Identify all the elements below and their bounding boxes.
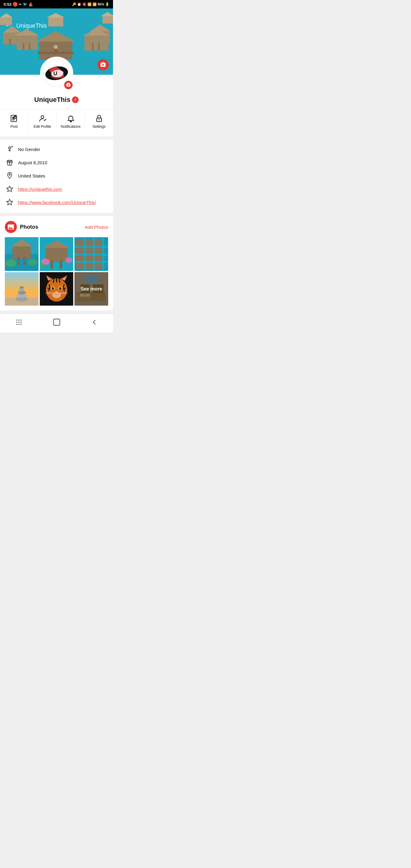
photos-grid: See more — [5, 237, 108, 306]
app-icon-3: 🐦 — [23, 2, 27, 6]
back-chevron-icon — [90, 318, 98, 327]
app-icon-2: ∞ — [19, 2, 22, 6]
back-button[interactable]: ← — [5, 22, 11, 30]
location-text: United States — [18, 173, 45, 179]
svg-rect-78 — [76, 255, 84, 261]
battery-icon: 🔋 — [105, 2, 109, 6]
nav-back-button[interactable] — [89, 317, 100, 328]
svg-marker-53 — [7, 199, 13, 205]
camera-small-icon — [66, 83, 71, 87]
nav-home-button[interactable] — [51, 317, 62, 328]
star-icon-2 — [6, 198, 13, 206]
svg-rect-27 — [29, 43, 30, 50]
see-more-overlay[interactable]: See more — [74, 272, 108, 306]
svg-rect-3 — [9, 38, 11, 44]
svg-point-105 — [59, 287, 61, 290]
svg-point-45 — [9, 148, 10, 149]
alarm-icon: ⏰ — [77, 2, 81, 6]
app-icon-1: 🔴 — [13, 2, 18, 7]
camera-avatar-button[interactable] — [64, 81, 73, 89]
website2-link[interactable]: https://www.facebook.com/UniqueThis/ — [18, 200, 96, 205]
lock-icon — [95, 114, 103, 123]
svg-rect-26 — [23, 43, 24, 50]
photo-3[interactable] — [74, 237, 108, 271]
birthday-item: August 8,2010 — [6, 159, 107, 166]
svg-point-107 — [60, 287, 61, 288]
photo-1-img — [5, 237, 38, 271]
svg-rect-12 — [51, 51, 53, 54]
svg-rect-56 — [12, 246, 31, 258]
svg-point-106 — [53, 287, 54, 288]
add-photos-button[interactable]: Add Photos — [85, 224, 108, 230]
edit-icon — [10, 114, 19, 123]
status-bar: 5:53 🔴 ∞ 🐦 ⛵ 🔑 ⏰ 🔇 📶 📶 85% 🔋 — [0, 0, 113, 8]
photo-2[interactable] — [40, 237, 73, 271]
svg-rect-88 — [93, 237, 95, 271]
svg-rect-20 — [84, 36, 108, 51]
birthday-text: August 8,2010 — [18, 160, 47, 165]
svg-rect-66 — [50, 260, 53, 269]
svg-point-95 — [19, 288, 24, 291]
camera-cover-button[interactable] — [97, 59, 109, 70]
notifications-action[interactable]: Notifications — [57, 110, 85, 132]
app-icon-4: ⛵ — [29, 2, 33, 6]
svg-rect-74 — [94, 240, 102, 246]
svg-rect-75 — [76, 248, 84, 253]
svg-rect-76 — [85, 248, 93, 253]
svg-point-41 — [98, 119, 100, 121]
signal-icon: 📶 — [93, 2, 97, 6]
notifications-label: Notifications — [61, 124, 81, 129]
profile-name: UniqueThis — [34, 96, 79, 104]
camera-icon — [100, 62, 106, 68]
photos-header: Photos Add Photos — [5, 221, 108, 233]
photo-4-img — [5, 272, 38, 306]
post-action[interactable]: Post — [0, 110, 28, 132]
info-section: No Gender August 8,2010 United States ht… — [0, 140, 113, 213]
svg-point-61 — [5, 259, 17, 267]
svg-marker-52 — [7, 186, 13, 192]
website2-item[interactable]: https://www.facebook.com/UniqueThis/ — [6, 198, 107, 206]
location-icon — [6, 172, 13, 179]
svg-rect-24 — [17, 36, 38, 50]
website1-item[interactable]: https://uniquethis.com — [6, 185, 107, 193]
svg-rect-67 — [60, 260, 62, 269]
photo-1[interactable] — [5, 237, 38, 271]
nav-menu-button[interactable] — [13, 317, 24, 328]
svg-rect-82 — [85, 263, 93, 269]
svg-rect-87 — [84, 237, 86, 271]
mute-icon: 🔇 — [82, 2, 87, 6]
bottom-nav — [0, 313, 113, 333]
see-more-text: See more — [81, 286, 102, 292]
key-icon: 🔑 — [72, 2, 76, 6]
gender-text: No Gender — [18, 147, 40, 152]
photo-4[interactable] — [5, 272, 38, 306]
star-icon-1 — [6, 185, 13, 193]
battery-label: 85% — [98, 2, 104, 6]
photo-5[interactable] — [40, 272, 73, 306]
svg-rect-77 — [94, 248, 102, 253]
top-nav: ← UniqueThis — [0, 19, 113, 32]
settings-action[interactable]: Settings — [85, 110, 113, 132]
photo-6[interactable]: See more — [74, 272, 108, 306]
settings-label: Settings — [93, 124, 105, 129]
svg-rect-19 — [55, 49, 57, 53]
svg-point-62 — [28, 259, 37, 265]
photos-section: Photos Add Photos — [0, 216, 113, 310]
image-icon — [7, 224, 14, 230]
svg-point-96 — [20, 286, 24, 288]
svg-rect-23 — [98, 43, 100, 51]
svg-text:U: U — [53, 70, 57, 76]
gift-icon — [6, 159, 13, 166]
gender-item: No Gender — [6, 146, 107, 153]
photos-title: Photos — [20, 224, 38, 230]
edit-profile-action[interactable]: Edit Profile — [28, 110, 57, 132]
menu-lines-icon — [15, 318, 23, 327]
post-label: Post — [10, 124, 18, 129]
photos-title-group: Photos — [5, 221, 38, 233]
avatar-wrapper: U — [40, 57, 73, 90]
website1-link[interactable]: https://uniquethis.com — [18, 187, 62, 192]
svg-rect-11 — [45, 51, 46, 54]
photos-icon-btn[interactable] — [5, 221, 17, 233]
svg-rect-72 — [76, 240, 84, 246]
photo-2-img — [40, 237, 73, 271]
